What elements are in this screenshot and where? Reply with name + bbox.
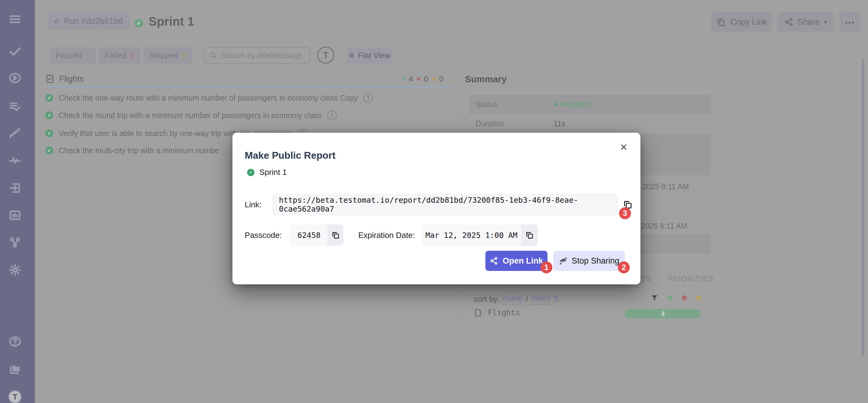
- failed-dot-icon: [417, 78, 420, 81]
- analytics-passed-bar: 4: [625, 309, 701, 319]
- modal-title: Make Public Report: [245, 150, 336, 161]
- filter-funnel-icon[interactable]: [651, 294, 658, 302]
- link-row: Link: https://beta.testomat.io/report/dd…: [245, 194, 633, 215]
- copy-icon: [525, 230, 534, 240]
- help-icon[interactable]: [8, 335, 22, 348]
- skipped-label: Skipped: [150, 51, 178, 60]
- more-actions-button[interactable]: …: [840, 12, 860, 32]
- settings-gear-icon[interactable]: [8, 263, 22, 277]
- test-row[interactable]: ✓ Check the one-way route with a minimum…: [45, 91, 437, 105]
- suite-skipped-count: 0: [439, 74, 443, 84]
- suite-divider: [45, 87, 453, 88]
- copy-passcode-button[interactable]: [328, 230, 343, 240]
- status-value: PASSED: [561, 100, 591, 109]
- sort-by-name-link[interactable]: name: [503, 293, 523, 305]
- test-passed-check-icon: ✓: [45, 111, 53, 119]
- flat-view-button[interactable]: ≡ Flat View: [347, 47, 393, 64]
- filter-failed-chip[interactable]: Failed 0: [99, 47, 141, 64]
- ellipsis-icon: …: [844, 14, 856, 26]
- sort-direction-icon[interactable]: ⇅: [553, 295, 559, 303]
- test-passed-check-icon: ✓: [45, 94, 53, 102]
- tutorial-badge-3: 3: [619, 207, 631, 219]
- caret-down-icon: ▾: [824, 18, 827, 26]
- tutorial-badge-2: 2: [618, 261, 630, 273]
- legend-skipped-dot-icon[interactable]: [696, 296, 701, 301]
- testomat-logo-icon[interactable]: T: [8, 390, 22, 403]
- failed-count: 0: [130, 51, 134, 60]
- scrollbar-thumb[interactable]: [862, 59, 864, 356]
- list-lines-icon: ≡: [349, 50, 354, 61]
- passcode-row: Passcode: 62458 Expiration Date: Mar 12,…: [245, 224, 538, 246]
- link-value-box[interactable]: https://beta.testomat.io/report/dd2b81bd…: [273, 194, 618, 215]
- copy-expiration-button[interactable]: [521, 230, 538, 240]
- link-value: https://beta.testomat.io/report/dd2b81bd…: [279, 196, 611, 213]
- analytics-suite-name: Flights: [488, 308, 520, 317]
- run-passed-check-icon: ✓: [134, 19, 143, 28]
- summary-date-partial: 2025 8:11 AM: [641, 222, 687, 230]
- test-title: Check the round trip with a minimum numb…: [59, 111, 322, 120]
- pulse-activity-icon[interactable]: [8, 154, 22, 167]
- passed-label: Passed: [55, 51, 82, 60]
- suite-name: Flights: [59, 74, 84, 84]
- expiration-box: Mar 12, 2025 1:00 AM: [422, 224, 538, 246]
- back-to-run-button[interactable]: « Run #dd2b81bd: [48, 12, 129, 30]
- page-title: Sprint 1: [149, 15, 194, 28]
- search-box: [204, 47, 310, 64]
- testomat-run-icon[interactable]: T: [327, 111, 337, 120]
- copy-link-button[interactable]: Copy Link: [711, 12, 772, 32]
- filter-skipped-chip[interactable]: Skipped 0: [144, 47, 192, 64]
- test-row[interactable]: ✓ Check the round trip with a minimum nu…: [45, 108, 437, 122]
- test-plans-icon[interactable]: [8, 100, 22, 113]
- tutorial-badge-1: 1: [540, 261, 552, 273]
- tab-priorities[interactable]: PRIORITIES: [668, 274, 714, 283]
- projects-folder-icon[interactable]: [8, 362, 22, 376]
- milestones-steps-icon[interactable]: [8, 127, 22, 140]
- tab-partial[interactable]: ES: [641, 274, 651, 283]
- copy-link-label: Copy Link: [731, 18, 767, 27]
- modal-run-name: Sprint 1: [259, 167, 287, 177]
- passed-count: 4: [86, 51, 90, 60]
- sort-controls: sort by: name / failed ⇅: [474, 293, 559, 305]
- test-passed-check-icon: ✓: [45, 147, 53, 154]
- search-icon: [209, 51, 217, 59]
- filter-passed-chip[interactable]: Passed 4: [50, 47, 96, 64]
- legend-failed-dot-icon[interactable]: [682, 296, 687, 301]
- test-title: Check the multi-city trip with a minimum…: [59, 146, 219, 155]
- search-input[interactable]: [221, 51, 303, 60]
- copy-icon: [716, 17, 726, 27]
- analytics-chart-icon[interactable]: [8, 209, 22, 222]
- double-chevron-left-icon: «: [54, 16, 60, 25]
- branch-icon[interactable]: [8, 236, 22, 249]
- summary-row-status: Status PASSED: [469, 95, 711, 114]
- flat-view-label: Flat View: [358, 51, 391, 60]
- status-legend: [651, 294, 701, 302]
- share-label: Share: [798, 18, 820, 27]
- open-link-button[interactable]: Open Link 1: [485, 251, 548, 271]
- summary-row-duration: Duration 11s: [469, 114, 711, 133]
- close-icon[interactable]: ✕: [620, 142, 628, 153]
- legend-passed-dot-icon[interactable]: [668, 296, 673, 301]
- menu-icon[interactable]: [8, 12, 22, 26]
- skipped-count: 0: [182, 51, 186, 60]
- back-button-label: Run #dd2b81bd: [64, 17, 123, 26]
- ai-testomat-toggle-icon[interactable]: T: [317, 46, 334, 64]
- import-icon[interactable]: [8, 181, 22, 195]
- failed-label: Failed: [104, 51, 126, 60]
- share-button[interactable]: Share ▾: [777, 12, 834, 32]
- modal-run-row: ✓ Sprint 1: [247, 167, 287, 177]
- suite-row-flights[interactable]: Flights 4 0 0: [45, 72, 453, 86]
- testomat-run-icon[interactable]: T: [363, 93, 373, 103]
- runs-play-icon[interactable]: [8, 71, 22, 85]
- analytics-passed-count: 4: [661, 310, 665, 318]
- share-off-icon: [559, 256, 567, 265]
- make-public-report-modal: ✕ Make Public Report ✓ Sprint 1 Link: ht…: [232, 133, 641, 284]
- suite-passed-count: 4: [409, 74, 413, 84]
- analytics-suite-row[interactable]: Flights: [474, 308, 520, 317]
- passcode-box: 62458: [290, 224, 343, 246]
- summary-label: Status: [475, 100, 554, 109]
- stop-sharing-button[interactable]: Stop Sharing 2: [553, 251, 625, 271]
- tests-check-icon[interactable]: [8, 44, 22, 58]
- expiration-value[interactable]: Mar 12, 2025 1:00 AM: [422, 224, 521, 246]
- sort-by-failed-link[interactable]: failed: [531, 293, 550, 305]
- passcode-value[interactable]: 62458: [290, 224, 328, 246]
